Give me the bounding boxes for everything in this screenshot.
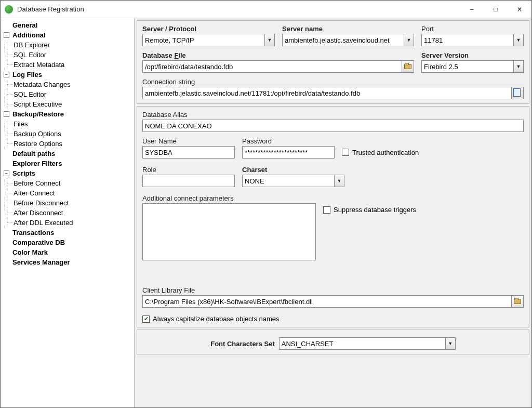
tree-item-after-connect[interactable]: After Connect <box>7 188 133 198</box>
label-additional-params: Additional connect parameters <box>142 194 316 202</box>
dropdown-icon[interactable]: ▼ <box>445 337 456 350</box>
tree-item-scripts[interactable]: − Scripts <box>4 168 133 178</box>
browse-db-file-button[interactable] <box>402 60 414 73</box>
password-input[interactable] <box>242 146 335 159</box>
label-user-name: User Name <box>142 137 235 145</box>
label-server-name: Server name <box>282 25 414 33</box>
server-protocol-input[interactable] <box>142 34 264 46</box>
copy-connection-string-button[interactable] <box>511 87 524 99</box>
label-client-library: Client Library File <box>142 286 524 294</box>
server-protocol-combo[interactable]: ▼ <box>142 34 275 46</box>
charset-combo[interactable]: ▼ <box>242 175 344 187</box>
capitalize-checkbox[interactable]: Always capitalize database objects names <box>142 315 524 323</box>
folder-open-icon <box>514 299 521 304</box>
titlebar: Database Registration – □ ✕ <box>1 1 531 18</box>
copy-icon <box>514 89 521 97</box>
tree-item-general[interactable]: General <box>4 20 133 30</box>
client-library-input[interactable] <box>142 295 511 308</box>
tree-item-comparative-db[interactable]: Comparative DB <box>4 238 133 247</box>
section-connection: Server / Protocol ▼ Server name ▼ <box>137 20 529 104</box>
charset-input[interactable] <box>242 175 334 187</box>
label-port: Port <box>421 25 524 33</box>
section-credentials: Database Alias User Name Password Truste <box>137 106 529 327</box>
trusted-auth-checkbox[interactable]: Trusted authentication <box>342 146 419 159</box>
checkbox-icon <box>323 206 330 214</box>
browse-client-library-button[interactable] <box>511 295 524 308</box>
tree-item-after-disconnect[interactable]: After Disconnect <box>7 208 133 218</box>
dropdown-icon[interactable]: ▼ <box>513 60 524 73</box>
label-password: Password <box>242 137 335 145</box>
tree-item-additional[interactable]: − Additional <box>4 30 133 40</box>
tree-item-sql-editor-log[interactable]: SQL Editor <box>7 89 133 99</box>
sidebar: General − Additional DB Explorer SQL Edi… <box>1 18 135 407</box>
tree-item-default-paths[interactable]: Default paths <box>4 149 133 159</box>
trusted-auth-label: Trusted authentication <box>352 149 419 156</box>
font-charset-input[interactable] <box>279 337 445 350</box>
tree-item-color-mark[interactable]: Color Mark <box>4 247 133 257</box>
window-title: Database Registration <box>17 5 460 13</box>
tree-item-metadata-changes[interactable]: Metadata Changes <box>7 80 133 89</box>
section-font: Font Characters Set ▼ <box>137 330 529 354</box>
label-connection-string: Connection string <box>142 78 524 86</box>
label-database-file: Database File <box>142 51 414 59</box>
font-charset-combo[interactable]: ▼ <box>279 337 456 350</box>
maximize-button[interactable]: □ <box>484 1 508 18</box>
label-role: Role <box>142 166 235 174</box>
tree-item-before-disconnect[interactable]: Before Disconnect <box>7 198 133 208</box>
main-panel: Server / Protocol ▼ Server name ▼ <box>135 18 531 407</box>
connection-string-input[interactable] <box>142 87 511 99</box>
tree-item-services-manager[interactable]: Services Manager <box>4 257 133 267</box>
tree-item-backup-restore[interactable]: − Backup/Restore <box>4 109 133 119</box>
tree-item-sql-editor[interactable]: SQL Editor <box>7 50 133 60</box>
label-font-charset: Font Characters Set <box>210 340 275 348</box>
minimize-button[interactable]: – <box>460 1 484 18</box>
additional-params-textarea[interactable] <box>142 203 316 260</box>
suppress-triggers-checkbox[interactable]: Suppress database triggers <box>323 206 416 214</box>
suppress-triggers-label: Suppress database triggers <box>334 206 416 214</box>
collapse-icon[interactable]: − <box>4 72 9 77</box>
folder-open-icon <box>404 64 411 69</box>
database-file-input[interactable] <box>142 60 402 73</box>
dropdown-icon[interactable]: ▼ <box>264 34 275 46</box>
port-input[interactable] <box>421 34 513 46</box>
collapse-icon[interactable]: − <box>4 111 9 117</box>
app-icon <box>5 5 13 14</box>
tree-item-script-executive[interactable]: Script Executive <box>7 99 133 109</box>
label-charset: Charset <box>242 166 344 174</box>
tree-item-after-ddl-executed[interactable]: After DDL Executed <box>7 218 133 228</box>
tree-item-before-connect[interactable]: Before Connect <box>7 178 133 188</box>
label-server-protocol: Server / Protocol <box>142 25 275 33</box>
tree-item-explorer-filters[interactable]: Explorer Filters <box>4 159 133 168</box>
tree-item-extract-metadata[interactable]: Extract Metadata <box>7 60 133 70</box>
tree-item-backup-options[interactable]: Backup Options <box>7 129 133 139</box>
dialog-window: Database Registration – □ ✕ General − Ad… <box>0 0 532 408</box>
tree-item-files[interactable]: Files <box>7 119 133 129</box>
close-button[interactable]: ✕ <box>508 1 531 18</box>
server-version-combo[interactable]: ▼ <box>421 60 524 73</box>
tree-item-db-explorer[interactable]: DB Explorer <box>7 40 133 50</box>
dropdown-icon[interactable]: ▼ <box>513 34 524 46</box>
dropdown-icon[interactable]: ▼ <box>334 175 344 187</box>
collapse-icon[interactable]: − <box>4 170 9 176</box>
server-name-combo[interactable]: ▼ <box>282 34 414 46</box>
collapse-icon[interactable]: − <box>4 32 9 38</box>
checkbox-icon <box>342 149 349 156</box>
database-alias-input[interactable] <box>142 120 524 132</box>
label-database-alias: Database Alias <box>142 111 524 119</box>
port-combo[interactable]: ▼ <box>421 34 524 46</box>
capitalize-label: Always capitalize database objects names <box>153 315 280 323</box>
tree-item-transactions[interactable]: Transactions <box>4 228 133 238</box>
server-version-input[interactable] <box>421 60 513 73</box>
role-input[interactable] <box>142 175 235 187</box>
tree-item-log-files[interactable]: − Log Files <box>4 70 133 80</box>
dropdown-icon[interactable]: ▼ <box>404 34 414 46</box>
tree-item-restore-options[interactable]: Restore Options <box>7 139 133 149</box>
checkbox-checked-icon <box>142 315 150 323</box>
server-name-input[interactable] <box>282 34 404 46</box>
user-name-input[interactable] <box>142 146 235 159</box>
label-server-version: Server Version <box>421 51 524 59</box>
